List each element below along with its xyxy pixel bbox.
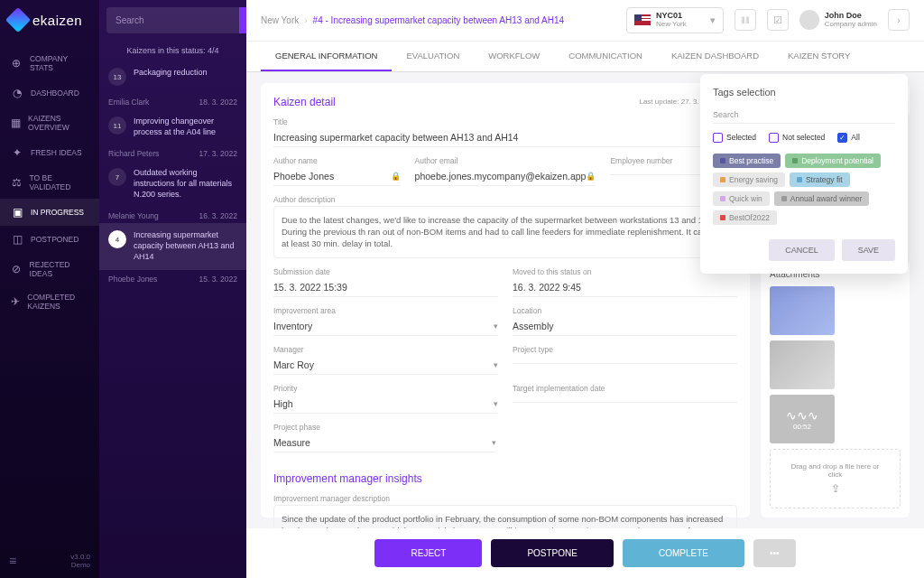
nav-icon: ✈ <box>11 295 20 308</box>
list-item-title: Increasing supermarket capacity between … <box>134 230 237 262</box>
priority-select[interactable]: High▾ <box>273 395 498 414</box>
phase-select[interactable]: Measure▾ <box>273 434 496 452</box>
reject-button[interactable]: REJECT <box>374 539 482 567</box>
kaizen-list-panel: 🔍 Kaizens in this status: 4/4 13Packagin… <box>99 0 246 578</box>
tag-deployment-potential[interactable]: Deployment potential <box>785 154 881 168</box>
user-menu[interactable]: John Doe Company admin <box>799 10 877 30</box>
section-title: Kaizen detail <box>273 96 336 108</box>
list-item[interactable]: 13Packaging reduction <box>99 61 246 93</box>
tab-evaluation[interactable]: EVALUATION <box>392 42 474 71</box>
nav-item-to-be-validated[interactable]: ⚖TO BE VALIDATED <box>0 166 99 199</box>
more-button[interactable]: ••• <box>753 539 796 567</box>
tag-strategy-fit[interactable]: Strategy fit <box>790 172 850 187</box>
tags-grid: Best practiseDeployment potentialEnergy … <box>713 154 895 225</box>
tab-kaizen-dashboard[interactable]: KAIZEN DASHBOARD <box>657 42 773 71</box>
nav-icon: ◫ <box>11 233 23 246</box>
nav: ⊕COMPANY STATS◔DASHBOARD▦KAIZENS OVERVIE… <box>0 40 99 544</box>
tab-workflow[interactable]: WORKFLOW <box>474 42 554 71</box>
tab-communication[interactable]: COMMUNICATION <box>554 42 657 71</box>
lock-icon: 🔒 <box>391 172 401 181</box>
flag-us-icon <box>634 14 651 25</box>
area-select[interactable]: Inventory▾ <box>273 317 498 336</box>
author-name-field: Phoebe Jones🔒 <box>273 167 401 186</box>
upload-icon: ⇪ <box>783 482 887 495</box>
chevron-down-icon: ▾ <box>494 322 498 331</box>
tab-general-information[interactable]: GENERAL INFORMATION <box>261 42 392 71</box>
list-item[interactable]: 7Outdated working instructions for all m… <box>99 161 246 207</box>
author-description[interactable]: Due to the latest changes, we'd like to … <box>273 206 737 258</box>
menu-toggle-icon[interactable]: ≡ <box>9 554 16 568</box>
nav-icon: ⊕ <box>11 57 23 70</box>
attachment-image[interactable] <box>770 286 835 335</box>
tags-popup: Tags selection Search Selected Not selec… <box>700 74 908 274</box>
breadcrumb-title: #4 - Increasing supermarket capacity bet… <box>313 15 565 25</box>
filter-selected[interactable]: Selected <box>713 133 756 143</box>
sidebar-footer: ≡ v3.0.0 Demo <box>0 544 99 578</box>
list-author: Richard Peters17. 3. 2022 <box>99 144 246 161</box>
chevron-down-icon: ▾ <box>492 438 496 447</box>
search-input[interactable] <box>106 7 239 33</box>
tag-dot <box>781 196 787 201</box>
popup-title: Tags selection <box>713 87 895 98</box>
forward-icon[interactable]: › <box>888 9 910 31</box>
nav-item-in-progress[interactable]: ▣IN PROGRESS <box>0 199 99 226</box>
tag-best-practise[interactable]: Best practise <box>713 154 781 168</box>
breadcrumb-location[interactable]: New York <box>261 15 299 25</box>
content: Kaizen detail Last update: 27. 3. 2023 1… <box>246 72 924 528</box>
complete-button[interactable]: COMPLETE <box>623 539 744 567</box>
tag-dot <box>792 158 798 163</box>
postpone-button[interactable]: POSTPONE <box>491 539 614 567</box>
nav-item-rejected-ideas[interactable]: ⊘REJECTED IDEAS <box>0 253 99 285</box>
tag-quick-win[interactable]: Quick win <box>713 191 770 206</box>
tag-bestof2022[interactable]: BestOf2022 <box>713 210 777 225</box>
location-selector[interactable]: NYC01 New York ▾ <box>626 7 724 33</box>
list-author: Melanie Young16. 3. 2022 <box>99 207 246 223</box>
tag-energy-saving[interactable]: Energy saving <box>713 172 785 187</box>
file-dropzone[interactable]: Drag and drop a file here or click ⇪ <box>770 449 901 508</box>
filter-all[interactable]: ✓All <box>837 133 859 143</box>
version-label: v3.0.0 <box>70 553 90 561</box>
nav-icon: ▦ <box>11 117 21 129</box>
filter-not-selected[interactable]: Not selected <box>769 133 825 143</box>
tag-dot <box>720 215 725 220</box>
manager-select[interactable]: Marc Roy▾ <box>273 356 498 375</box>
list-items: 13Packaging reductionEmilia Clark18. 3. … <box>99 61 246 578</box>
sidebar: ekaizen ⊕COMPANY STATS◔DASHBOARD▦KAIZENS… <box>0 0 99 578</box>
nav-item-completed-kaizens[interactable]: ✈COMPLETED KAIZENS <box>0 285 99 318</box>
save-button[interactable]: SAVE <box>842 239 895 261</box>
nav-item-company-stats[interactable]: ⊕COMPANY STATS <box>0 47 99 79</box>
tabs: GENERAL INFORMATIONEVALUATIONWORKFLOWCOM… <box>246 42 924 72</box>
nav-icon: ⚖ <box>11 176 22 189</box>
nav-icon: ◔ <box>11 87 23 99</box>
list-item-title: Packaging reduction <box>134 68 208 86</box>
list-item[interactable]: 11Improving changeover process at the A0… <box>99 109 246 144</box>
tab-kaizen-story[interactable]: KAIZEN STORY <box>773 42 864 71</box>
nav-icon: ▣ <box>11 206 23 219</box>
location-field[interactable]: Assembly <box>513 317 737 336</box>
nav-item-dashboard[interactable]: ◔DASHBOARD <box>0 79 99 107</box>
clipboard-icon[interactable]: ☑ <box>767 9 789 31</box>
nav-item-kaizens-overview[interactable]: ▦KAIZENS OVERVIEW <box>0 107 99 139</box>
barcode-icon[interactable]: ⦀⦀ <box>735 9 756 31</box>
logo-icon <box>5 7 31 33</box>
nav-item-fresh-ideas[interactable]: ✦FRESH IDEAS <box>0 139 99 166</box>
list-item-number: 13 <box>108 68 126 86</box>
list-author: Emilia Clark18. 3. 2022 <box>99 93 246 109</box>
logo-text: ekaizen <box>32 13 82 28</box>
popup-search[interactable]: Search <box>713 107 895 124</box>
tag-dot <box>720 158 725 163</box>
breadcrumb: New York › #4 - Increasing supermarket c… <box>261 15 615 25</box>
attachment-audio[interactable]: ∿∿∿ 00:52 <box>770 395 835 443</box>
nav-item-postponed[interactable]: ◫POSTPONED <box>0 226 99 253</box>
project-type-field[interactable] <box>513 356 737 364</box>
tag-annual-award-winner[interactable]: Annual award winner <box>774 191 869 206</box>
insights-header: Improvement manager insights <box>273 472 737 485</box>
list-item[interactable]: 4Increasing supermarket capacity between… <box>99 223 246 269</box>
cancel-button[interactable]: CANCEL <box>769 239 835 261</box>
list-item-number: 11 <box>108 117 126 135</box>
target-date-field[interactable] <box>513 395 737 403</box>
title-field[interactable]: Increasing supermarket capacity between … <box>273 128 737 147</box>
attachment-image[interactable] <box>770 340 835 389</box>
insights-description[interactable]: Since the update of the product portfoli… <box>273 505 737 528</box>
status-header: Kaizens in this status: 4/4 <box>99 41 246 61</box>
